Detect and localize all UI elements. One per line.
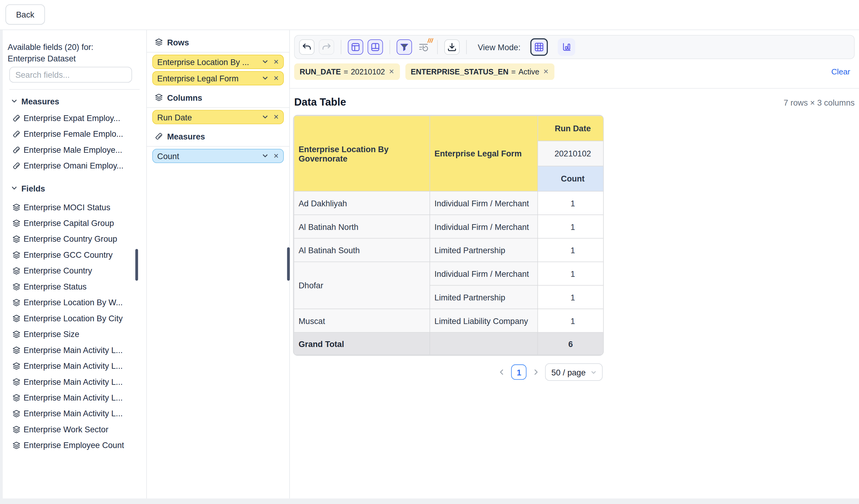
available-fields-line1: Available fields (20) for: <box>7 41 141 53</box>
chevron-down-icon[interactable] <box>11 185 18 191</box>
page-size-select[interactable]: 50 / page <box>545 363 602 381</box>
undo-button[interactable] <box>299 39 315 55</box>
divider <box>390 40 390 54</box>
row-field-chip[interactable]: Enterprise Location By ... ✕ <box>152 55 284 69</box>
chevron-down-icon[interactable] <box>262 59 268 65</box>
layers-icon <box>12 330 21 338</box>
field-label: Enterprise Capital Group <box>24 218 114 228</box>
table-row: Ad Dakhliyah Individual Firm / Merchant … <box>294 191 603 215</box>
chevron-down-icon[interactable] <box>262 114 268 121</box>
chart-view-mode-button[interactable] <box>558 38 575 56</box>
chevron-down-icon[interactable] <box>262 75 268 82</box>
ruler-icon <box>12 113 21 122</box>
rows-chip-list: Enterprise Location By ... ✕ Enterprise … <box>147 53 289 85</box>
layers-icon <box>12 377 21 386</box>
columns-chip-list: Run Date ✕ <box>147 108 289 124</box>
page-number-button[interactable]: 1 <box>511 364 527 380</box>
cell-legal-form: Individual Firm / Merchant <box>430 191 538 215</box>
run-date-value-cell: 20210102 <box>538 141 603 166</box>
fields-section-header[interactable]: Fields <box>11 183 146 193</box>
dimension-field-item[interactable]: Enterprise Employee Count <box>3 437 146 453</box>
table-view-mode-button[interactable] <box>530 38 548 56</box>
measure-field-item[interactable]: Enterprise Expat Employ... <box>3 110 146 126</box>
dimension-field-item[interactable]: Enterprise Main Activity L... <box>3 374 146 389</box>
dimension-field-item[interactable]: Enterprise Country <box>3 263 146 278</box>
top-bar: Back <box>0 0 859 30</box>
data-table-title-row: Data Table 7 rows × 3 columns <box>294 96 855 108</box>
dimension-field-item[interactable]: Enterprise Work Sector <box>3 421 146 437</box>
redo-button[interactable] <box>319 39 334 55</box>
search-fields-input[interactable] <box>10 67 132 83</box>
dimension-field-item[interactable]: Enterprise GCC Country <box>3 247 146 263</box>
dimension-field-item[interactable]: Enterprise Status <box>3 279 146 294</box>
filter-chip[interactable]: ENTERPRISE_STATUS_EN = Active ✕ <box>405 64 554 80</box>
field-label: Enterprise Main Activity L... <box>24 377 123 386</box>
chip-label: Run Date <box>157 112 258 122</box>
download-icon <box>447 42 457 52</box>
dimension-field-item[interactable]: Enterprise Location By City <box>3 310 146 326</box>
remove-chip-icon[interactable]: ✕ <box>273 75 278 82</box>
filter-operator: = <box>511 67 516 76</box>
dimension-field-item[interactable]: Enterprise Main Activity L... <box>3 358 146 374</box>
panel-resize-handle[interactable] <box>287 248 290 281</box>
chevron-down-icon[interactable] <box>262 153 268 159</box>
field-label: Enterprise Main Activity L... <box>24 409 123 418</box>
remove-chip-icon[interactable]: ✕ <box>273 152 278 160</box>
measure-field-item[interactable]: Enterprise Omani Employ... <box>3 158 146 173</box>
table-row: Dhofar Individual Firm / Merchant 1 <box>294 262 603 285</box>
dimension-field-item[interactable]: Enterprise Country Group <box>3 231 146 247</box>
remove-filter-icon[interactable]: ✕ <box>543 68 548 75</box>
next-page-button[interactable] <box>531 368 541 376</box>
measure-chip[interactable]: Count ✕ <box>152 149 284 163</box>
remove-chip-icon[interactable]: ✕ <box>273 113 278 121</box>
download-button[interactable] <box>444 39 460 55</box>
cell-legal-form: Individual Firm / Merchant <box>430 215 538 238</box>
fields-list: Enterprise MOCI Status Enterprise Capita… <box>3 199 146 453</box>
measure-field-item[interactable]: Enterprise Female Emplo... <box>3 126 146 142</box>
layout-bottom-panel-button[interactable] <box>368 39 383 55</box>
cell-location: Al Batinah North <box>294 215 430 238</box>
measures-section-header[interactable]: Measures <box>11 96 146 106</box>
dimension-field-item[interactable]: Enterprise Size <box>3 326 146 342</box>
column-field-chip[interactable]: Run Date ✕ <box>152 110 284 124</box>
remove-filter-icon[interactable]: ✕ <box>389 68 394 75</box>
grand-total-label: Grand Total <box>294 332 430 355</box>
fields-section-label: Fields <box>21 184 45 193</box>
grand-total-count: 6 <box>538 332 603 355</box>
table-row: Al Batinah South Limited Partnership 1 <box>294 238 603 262</box>
clear-filters-link[interactable]: Clear <box>831 67 850 76</box>
previous-page-button[interactable] <box>497 368 507 376</box>
chip-label: Enterprise Legal Form <box>157 74 258 83</box>
dimension-field-item[interactable]: Enterprise Capital Group <box>3 215 146 231</box>
dimension-field-item[interactable]: Enterprise Main Activity L... <box>3 390 146 405</box>
filter-chip[interactable]: RUN_DATE = 20210102 ✕ <box>294 64 400 80</box>
layers-icon <box>12 266 21 275</box>
dimension-field-item[interactable]: Enterprise MOCI Status <box>3 199 146 215</box>
filter-funnel-icon <box>400 42 409 52</box>
dimension-field-item[interactable]: Enterprise Location By W... <box>3 294 146 310</box>
cell-count: 1 <box>538 238 603 262</box>
chevron-left-icon <box>498 368 506 376</box>
measure-field-item[interactable]: Enterprise Male Employe... <box>3 142 146 157</box>
filter-button[interactable] <box>396 39 412 55</box>
chevron-down-icon[interactable] <box>11 98 18 105</box>
layers-icon <box>12 314 21 322</box>
reset-filters-button[interactable] <box>417 40 431 54</box>
ruler-icon <box>12 161 21 170</box>
field-label: Enterprise Main Activity L... <box>24 393 123 403</box>
back-button[interactable]: Back <box>5 4 45 25</box>
cell-count: 1 <box>538 309 603 332</box>
fields-sidebar: Available fields (20) for: Enterprise Da… <box>3 30 147 498</box>
row-field-chip[interactable]: Enterprise Legal Form ✕ <box>152 71 284 85</box>
layout-left-panel-button[interactable] <box>348 39 363 55</box>
layers-icon <box>154 93 163 101</box>
remove-chip-icon[interactable]: ✕ <box>273 58 278 66</box>
redo-icon <box>321 42 332 52</box>
sidebar-scrollbar-thumb[interactable] <box>135 249 138 281</box>
available-fields-line2: Enterprise Dataset <box>7 53 141 64</box>
dimension-field-item[interactable]: Enterprise Main Activity L... <box>3 342 146 358</box>
field-label: Enterprise Main Activity L... <box>24 345 123 355</box>
cell-count: 1 <box>538 262 603 285</box>
layers-icon <box>12 346 21 354</box>
dimension-field-item[interactable]: Enterprise Main Activity L... <box>3 405 146 421</box>
